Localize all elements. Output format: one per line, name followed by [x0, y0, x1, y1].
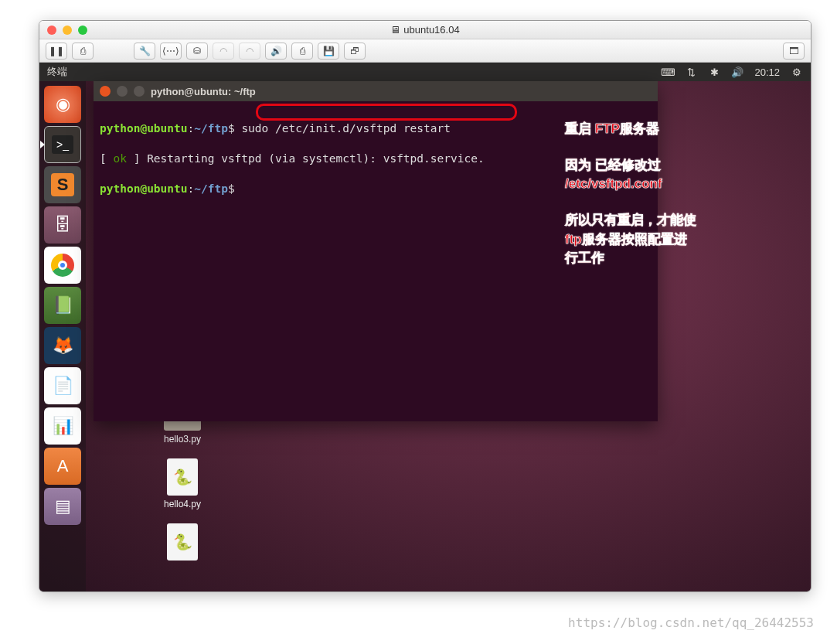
unity-launcher: ◉ >_ S 🗄 📗 🦊 📄 📊 A ▤ — [39, 81, 86, 591]
cd2-button[interactable]: ◠ — [239, 43, 260, 60]
launcher-files[interactable]: 🗄 — [44, 206, 81, 244]
python-file-icon: 🐍 — [167, 523, 198, 561]
launcher-software[interactable]: A — [44, 448, 81, 485]
launcher-writer[interactable]: 📄 — [44, 367, 81, 404]
snapshot-button[interactable]: ⎙ — [72, 43, 94, 60]
terminal-title: python@ubuntu: ~/ftp — [151, 86, 256, 97]
launcher-firefox[interactable]: 🦊 — [44, 327, 81, 364]
annotation-3: 所以只有重启，才能使ftp服务器按照配置进行工作 — [565, 211, 696, 268]
traffic-lights — [47, 26, 87, 35]
annotations: 重启 FTP服务器 因为 已经修改过 /etc/vsftpd.conf 所以只有… — [565, 120, 696, 285]
vm-toolbar: ❚❚ ⎙ 🔧 ⟨⋯⟩ ⛁ ◠ ◠ 🔊 ⎙ 💾 🗗 🗖 — [39, 39, 811, 63]
minimize-icon[interactable] — [63, 26, 72, 35]
ubuntu-desktop[interactable]: 终端 ⌨ ⇅ ✱ 🔊 20:12 ⚙ ◉ >_ S 🗄 📗 🦊 📄 — [39, 63, 811, 591]
launcher-misc[interactable]: ▤ — [44, 488, 81, 525]
annotation-2: 因为 已经修改过 /etc/vsftpd.conf — [565, 156, 696, 194]
volume-icon[interactable]: 🔊 — [731, 66, 743, 78]
file-label: hello3.py — [155, 434, 209, 445]
terminal-window[interactable]: python@ubuntu: ~/ftp python@ubuntu:~/ftp… — [94, 81, 658, 421]
launcher-help[interactable]: 📗 — [44, 287, 81, 324]
mac-titlebar[interactable]: 🖥 ubuntu16.04 — [39, 21, 811, 39]
shared-button[interactable]: 🗗 — [344, 43, 366, 60]
terminal-titlebar[interactable]: python@ubuntu: ~/ftp — [94, 81, 658, 101]
launcher-calc[interactable]: 📊 — [44, 407, 81, 445]
network-icon[interactable]: ⇅ — [685, 66, 697, 78]
vm-host-window: 🖥 ubuntu16.04 ❚❚ ⎙ 🔧 ⟨⋯⟩ ⛁ ◠ ◠ 🔊 ⎙ 💾 🗗 🗖… — [39, 20, 811, 592]
command-highlight-box — [256, 104, 517, 121]
active-app-name: 终端 — [47, 65, 67, 79]
desktop-file-hello4[interactable]: 🐍 hello4.py — [155, 458, 209, 509]
desktop-icons: hello3.py 🐍 hello4.py 🐍 — [155, 403, 209, 574]
window-title: 🖥 ubuntu16.04 — [39, 24, 811, 36]
fullscreen-button[interactable]: 🗖 — [783, 43, 805, 60]
launcher-dash[interactable]: ◉ — [44, 86, 81, 123]
launcher-chrome[interactable] — [44, 247, 81, 284]
bluetooth-icon[interactable]: ✱ — [708, 66, 720, 78]
close-icon[interactable] — [47, 26, 56, 35]
python-file-icon: 🐍 — [167, 458, 198, 496]
term-maximize-icon[interactable] — [134, 86, 145, 97]
term-close-icon[interactable] — [100, 86, 111, 97]
usb-button[interactable]: ⎙ — [291, 43, 313, 60]
network-button[interactable]: ⟨⋯⟩ — [160, 43, 182, 60]
vm-display: 终端 ⌨ ⇅ ✱ 🔊 20:12 ⚙ ◉ >_ S 🗄 📗 🦊 📄 — [39, 63, 811, 591]
file-label: hello4.py — [155, 499, 209, 509]
command-text: sudo /etc/init.d/vsftpd restart — [241, 122, 451, 135]
window-title-text: ubuntu16.04 — [403, 24, 459, 36]
fullscreen-icon[interactable] — [78, 26, 87, 35]
floppy-button[interactable]: 💾 — [318, 43, 339, 60]
ubuntu-topbar: 终端 ⌨ ⇅ ✱ 🔊 20:12 ⚙ — [39, 63, 811, 81]
watermark: https://blog.csdn.net/qq_26442553 — [568, 615, 814, 630]
gear-icon[interactable]: ⚙ — [791, 66, 803, 78]
hdd-button[interactable]: ⛁ — [186, 43, 208, 60]
sound-button[interactable]: 🔊 — [265, 43, 287, 60]
launcher-terminal[interactable]: >_ — [44, 126, 81, 163]
settings-button[interactable]: 🔧 — [134, 43, 155, 60]
annotation-1: 重启 FTP服务器 — [565, 120, 696, 139]
term-minimize-icon[interactable] — [117, 86, 128, 97]
keyboard-icon[interactable]: ⌨ — [662, 66, 674, 78]
clock[interactable]: 20:12 — [754, 66, 780, 78]
launcher-sublime[interactable]: S — [44, 166, 81, 203]
cd1-button[interactable]: ◠ — [213, 43, 234, 60]
vm-icon: 🖥 — [390, 24, 400, 36]
pause-button[interactable]: ❚❚ — [46, 43, 67, 60]
desktop-file-cut[interactable]: 🐍 — [155, 523, 209, 561]
